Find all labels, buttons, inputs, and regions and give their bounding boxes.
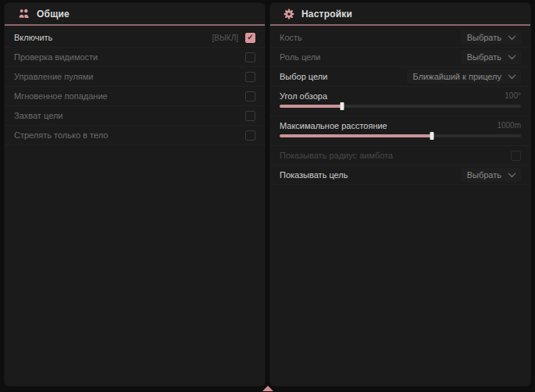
row-label: Проверка видимости <box>14 52 98 62</box>
check-icon: ✓ <box>247 34 253 41</box>
mod-menu: Общие Включить[ВЫКЛ]✓Проверка видимостиУ… <box>0 0 535 392</box>
general-rows: Включить[ВЫКЛ]✓Проверка видимостиУправле… <box>5 26 265 145</box>
row-label: Показывать радиус аимбота <box>280 151 393 160</box>
checkbox[interactable] <box>245 111 255 121</box>
row-controls <box>511 151 521 161</box>
dropdown[interactable]: Ближайший к прицелу <box>407 69 521 84</box>
panel-title: Общие <box>37 9 70 20</box>
panel-general: Общие Включить[ВЫКЛ]✓Проверка видимостиУ… <box>5 3 265 386</box>
row-label: Включить <box>14 33 52 42</box>
row-controls: [ВЫКЛ]✓ <box>212 33 255 43</box>
up-triangle-icon[interactable] <box>262 386 273 391</box>
row-controls <box>245 72 255 82</box>
chevron-down-icon <box>508 169 516 177</box>
dropdown-value: Выбрать <box>467 33 501 42</box>
chevron-down-icon <box>508 52 516 59</box>
settings-row: Показывать радиус аимбота <box>270 146 530 166</box>
dropdown[interactable]: Выбрать <box>461 30 521 45</box>
slider-fill <box>280 105 342 108</box>
settings-row: Мгновенное попадание <box>5 87 265 106</box>
checkbox[interactable] <box>245 130 255 141</box>
settings-row: Проверка видимости <box>5 48 265 67</box>
row-label: Роль цели <box>280 52 320 62</box>
checkbox[interactable] <box>245 91 255 102</box>
panel-settings: Настройки КостьВыбратьРоль целиВыбратьВы… <box>270 3 530 386</box>
row-controls <box>245 52 255 62</box>
row-controls <box>245 130 255 141</box>
checkbox[interactable]: ✓ <box>245 33 255 43</box>
settings-row: Показывать цельВыбрать <box>270 166 530 185</box>
slider-label-line: Максимальное расстояние1000m <box>280 119 521 131</box>
dropdown-value: Выбрать <box>467 170 501 180</box>
chevron-down-icon <box>508 32 516 40</box>
row-label: Максимальное расстояние <box>280 121 387 130</box>
row-label: Управление пулями <box>14 72 94 81</box>
settings-rows: КостьВыбратьРоль целиВыбратьВыбор целиБл… <box>270 26 530 185</box>
settings-row: Управление пулями <box>5 67 265 87</box>
settings-row: Выбор целиБлижайший к прицелу <box>270 67 530 87</box>
row-controls <box>245 91 255 102</box>
slider[interactable] <box>280 134 521 137</box>
settings-row: Угол обзора100° <box>270 87 530 116</box>
keybind-state: [ВЫКЛ] <box>212 34 238 42</box>
slider[interactable] <box>280 105 521 108</box>
slider-fill <box>280 134 432 137</box>
row-label: Выбор цели <box>280 72 327 81</box>
chevron-down-icon <box>508 71 516 79</box>
dropdown[interactable]: Выбрать <box>461 50 521 64</box>
settings-row: Максимальное расстояние1000m <box>270 116 530 146</box>
slider-label-line: Угол обзора100° <box>280 90 521 102</box>
settings-row: Захват цели <box>5 106 265 126</box>
settings-row: Роль целиВыбрать <box>270 48 530 67</box>
slider-value: 100° <box>505 91 521 100</box>
row-label: Захват цели <box>14 111 62 120</box>
checkbox[interactable] <box>245 72 255 82</box>
panel-title: Настройки <box>301 9 352 20</box>
row-label: Стрелять только в тело <box>14 130 108 140</box>
panel-settings-header: Настройки <box>270 3 530 24</box>
checkbox[interactable] <box>511 151 521 161</box>
gear-icon <box>284 9 294 20</box>
dropdown-value: Выбрать <box>467 52 501 62</box>
settings-row: Включить[ВЫКЛ]✓ <box>5 28 265 48</box>
dropdown-value: Ближайший к прицелу <box>413 72 501 81</box>
slider-handle[interactable] <box>430 132 433 140</box>
row-label: Мгновенное попадание <box>14 91 108 101</box>
checkbox[interactable] <box>245 52 255 62</box>
panel-general-header: Общие <box>5 3 265 24</box>
row-controls <box>245 111 255 121</box>
slider-handle[interactable] <box>341 102 344 110</box>
row-label: Угол обзора <box>280 91 327 101</box>
settings-row: КостьВыбрать <box>270 28 530 48</box>
slider-value: 1000m <box>497 121 521 130</box>
dropdown[interactable]: Выбрать <box>461 168 521 182</box>
row-label: Кость <box>280 33 302 42</box>
row-label: Показывать цель <box>280 170 348 180</box>
users-icon <box>18 9 30 19</box>
settings-row: Стрелять только в тело <box>5 126 265 145</box>
